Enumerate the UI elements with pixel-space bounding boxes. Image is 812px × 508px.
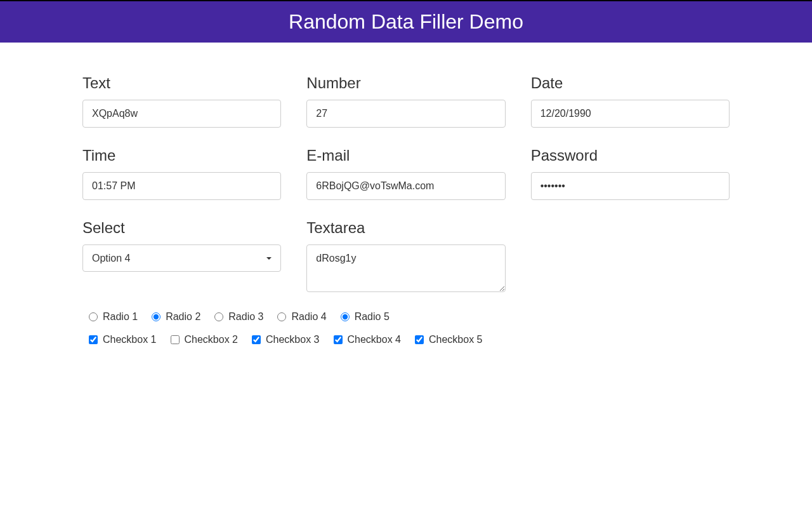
number-input[interactable] (306, 100, 505, 128)
textarea-input[interactable] (306, 244, 505, 292)
number-field-group: Number (306, 74, 505, 128)
date-input[interactable] (531, 100, 730, 128)
email-field-group: E-mail (306, 147, 505, 200)
checkbox-row: Checkbox 1Checkbox 2Checkbox 3Checkbox 4… (82, 334, 730, 345)
radio-option-4: Radio 4 (277, 311, 326, 323)
form-container: Text Number Date Time E-mail Password Se… (57, 43, 755, 345)
page-header: Random Data Filler Demo (0, 0, 812, 43)
radio-label-4: Radio 4 (291, 311, 326, 323)
radio-label-5: Radio 5 (355, 311, 390, 323)
radio-input-5[interactable] (341, 312, 350, 321)
date-label: Date (531, 74, 730, 92)
radio-label-2: Radio 2 (166, 311, 200, 323)
email-label: E-mail (306, 147, 505, 164)
checkbox-label-4: Checkbox 4 (348, 334, 402, 345)
select-label: Select (82, 219, 281, 237)
checkbox-option-1: Checkbox 1 (89, 334, 157, 345)
radio-label-3: Radio 3 (228, 311, 263, 323)
checkbox-input-2[interactable] (171, 335, 180, 344)
time-field-group: Time (82, 147, 281, 200)
radio-label-1: Radio 1 (103, 311, 138, 323)
password-label: Password (531, 147, 730, 164)
checkbox-option-3: Checkbox 3 (252, 334, 320, 345)
checkbox-label-5: Checkbox 5 (429, 334, 483, 345)
checkbox-label-1: Checkbox 1 (103, 334, 157, 345)
radio-option-1: Radio 1 (89, 311, 138, 323)
select-field-group: Select Option 4 (82, 219, 281, 292)
radio-input-2[interactable] (152, 312, 160, 321)
radio-option-3: Radio 3 (214, 311, 263, 323)
time-input[interactable] (82, 172, 281, 200)
radio-input-3[interactable] (214, 312, 223, 321)
checkbox-input-5[interactable] (415, 335, 424, 344)
radio-option-5: Radio 5 (341, 311, 390, 323)
email-input[interactable] (306, 172, 505, 200)
time-label: Time (82, 147, 281, 164)
radio-option-2: Radio 2 (152, 311, 200, 323)
checkbox-input-4[interactable] (334, 335, 343, 344)
date-field-group: Date (531, 74, 730, 128)
text-field-group: Text (82, 74, 281, 128)
checkbox-input-1[interactable] (89, 335, 98, 344)
text-label: Text (82, 74, 281, 92)
checkbox-option-4: Checkbox 4 (334, 334, 402, 345)
checkbox-option-2: Checkbox 2 (171, 334, 239, 345)
radio-row: Radio 1Radio 2Radio 3Radio 4Radio 5 (82, 311, 730, 323)
textarea-label: Textarea (306, 219, 505, 237)
checkbox-label-3: Checkbox 3 (266, 334, 320, 345)
select-input[interactable]: Option 4 (82, 244, 281, 272)
checkbox-label-2: Checkbox 2 (185, 334, 239, 345)
radio-input-1[interactable] (89, 312, 98, 321)
number-label: Number (306, 74, 505, 92)
page-title: Random Data Filler Demo (289, 10, 523, 33)
text-input[interactable] (82, 100, 281, 128)
password-field-group: Password (531, 147, 730, 200)
radio-input-4[interactable] (277, 312, 286, 321)
password-input[interactable] (531, 172, 730, 200)
form-grid: Text Number Date Time E-mail Password Se… (82, 74, 730, 292)
checkbox-option-5: Checkbox 5 (415, 334, 483, 345)
textarea-field-group: Textarea (306, 219, 505, 292)
checkbox-input-3[interactable] (252, 335, 261, 344)
